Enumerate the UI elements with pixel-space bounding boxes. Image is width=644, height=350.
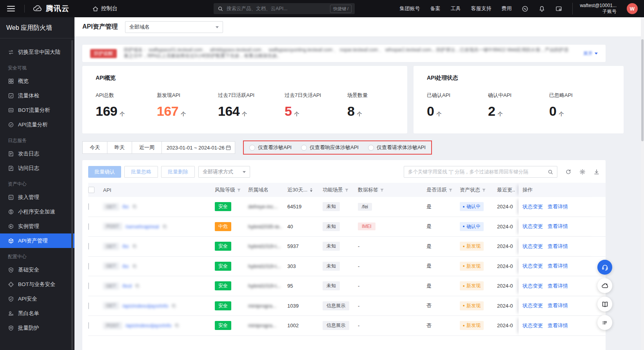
sidebar-item-attack-log[interactable]: 攻击日志 xyxy=(0,146,74,161)
customer-service-button[interactable] xyxy=(597,260,612,275)
announcement-button[interactable] xyxy=(597,278,612,293)
status-change-link[interactable]: 状态变更 xyxy=(522,322,543,329)
column-data-tag[interactable]: 数据标签 xyxy=(358,186,426,193)
radio-sensitive-api[interactable]: 仅查看涉敏API xyxy=(249,144,292,151)
filter-funnel-icon[interactable] xyxy=(380,188,384,192)
status-change-link[interactable]: 状态变更 xyxy=(522,223,543,230)
quick-range-week-button[interactable]: 近一周 xyxy=(132,141,162,154)
sidebar-item-access-log[interactable]: 访问日志 xyxy=(0,161,74,175)
copy-icon[interactable] xyxy=(132,204,137,209)
sidebar-item-access-management[interactable]: W. 接入管理 xyxy=(0,190,74,204)
column-asset-status[interactable]: 资产状态 xyxy=(460,186,497,193)
keyword-search-input[interactable] xyxy=(404,166,557,178)
filter-funnel-icon[interactable] xyxy=(448,188,453,192)
window-scrollbar[interactable] xyxy=(641,17,644,350)
copy-icon[interactable] xyxy=(171,303,176,308)
row-checkbox[interactable] xyxy=(88,243,89,250)
sidebar-item-api-security[interactable]: API安全 xyxy=(0,292,74,306)
api-cell[interactable]: GET/apizindexuljaysrtnfo xyxy=(103,302,215,309)
column-risk-level[interactable]: 风险等级 xyxy=(215,186,248,193)
status-change-link[interactable]: 状态变更 xyxy=(522,302,543,309)
column-scene[interactable]: 功能场景 xyxy=(323,186,358,193)
sidebar-item-api-asset-management[interactable]: API资产管理 xyxy=(0,233,74,248)
hamburger-menu-icon[interactable] xyxy=(7,6,15,11)
view-detail-link[interactable]: 查看详情 xyxy=(548,283,568,290)
search-icon[interactable] xyxy=(548,169,553,175)
copy-icon[interactable] xyxy=(174,323,180,328)
sidebar-item-bot-business-security[interactable]: BOT与业务安全 xyxy=(0,277,74,292)
radio-response-sensitive-api[interactable]: 仅查看响应体涉敏API xyxy=(301,144,359,151)
view-detail-link[interactable]: 查看详情 xyxy=(548,223,568,230)
copy-icon[interactable] xyxy=(132,244,137,249)
row-checkbox[interactable] xyxy=(88,283,89,289)
copy-icon[interactable] xyxy=(132,264,137,269)
menu-billing[interactable]: 费用 xyxy=(501,5,512,12)
batch-confirm-button[interactable]: 批量确认 xyxy=(88,166,121,178)
view-detail-link[interactable]: 查看详情 xyxy=(548,203,568,210)
row-checkbox[interactable] xyxy=(88,263,89,270)
copy-icon[interactable] xyxy=(162,224,167,229)
global-search[interactable]: 搜索云产品、文档、云API... 快捷键 / xyxy=(214,3,355,14)
sidebar-item-switch-region[interactable]: 切换至非中国大陆 xyxy=(0,45,74,59)
sidebar-scrollbar[interactable] xyxy=(71,40,73,350)
sidebar-item-api-traffic[interactable]: API流量分析 xyxy=(0,117,74,132)
menu-support[interactable]: 客服支持 xyxy=(471,5,491,12)
api-cell[interactable]: POST/servehrapireal xyxy=(103,223,215,230)
view-detail-link[interactable]: 查看详情 xyxy=(548,302,568,309)
api-cell[interactable]: GET/bc xyxy=(103,262,215,270)
select-all-checkbox[interactable] xyxy=(88,187,94,193)
batch-delete-button[interactable]: 批量删除 xyxy=(161,166,195,178)
console-link[interactable]: 控制台 xyxy=(92,5,118,12)
row-checkbox[interactable] xyxy=(88,223,89,230)
status-change-link[interactable]: 状态变更 xyxy=(522,262,543,270)
avatar[interactable]: W xyxy=(627,3,638,14)
column-settings-gear-icon[interactable] xyxy=(579,169,586,175)
documentation-button[interactable] xyxy=(597,297,612,312)
filter-funnel-icon[interactable] xyxy=(237,188,241,192)
api-cell[interactable]: GET/bc xyxy=(103,243,215,250)
sidebar-item-bot-traffic[interactable]: BOT流量分析 xyxy=(0,103,74,117)
quick-range-yesterday-button[interactable]: 昨天 xyxy=(107,141,132,154)
status-change-link[interactable]: 状态变更 xyxy=(522,203,543,210)
row-checkbox[interactable] xyxy=(88,322,89,329)
filter-funnel-icon[interactable] xyxy=(345,188,349,192)
status-change-link[interactable]: 状态变更 xyxy=(522,283,543,290)
method-select[interactable]: 全部请求方式 xyxy=(198,166,250,178)
status-change-link[interactable]: 状态变更 xyxy=(522,243,543,250)
sidebar-item-black-white-list[interactable]: 黑白名单 xyxy=(0,306,74,321)
batch-ignore-button[interactable]: 批量忽略 xyxy=(124,166,158,178)
menu-tools[interactable]: 工具 xyxy=(450,5,461,12)
sidebar-item-batch-protection[interactable]: 批量防护 xyxy=(0,321,74,335)
download-icon[interactable] xyxy=(593,169,600,175)
sort-icon[interactable] xyxy=(310,187,312,193)
api-cell[interactable]: GET/bc xyxy=(103,203,215,210)
account-info[interactable]: waftest@10001... 子账号 xyxy=(572,3,617,15)
banner-expand-link[interactable]: 展开 xyxy=(583,50,598,57)
row-checkbox[interactable] xyxy=(88,303,89,309)
view-detail-link[interactable]: 查看详情 xyxy=(548,262,568,270)
radio-request-sensitive-api[interactable]: 仅查看请求体涉敏API xyxy=(368,144,426,151)
quick-range-today-button[interactable]: 今天 xyxy=(82,141,107,154)
view-detail-link[interactable]: 查看详情 xyxy=(548,243,568,250)
row-checkbox[interactable] xyxy=(88,203,89,210)
refresh-icon[interactable] xyxy=(565,169,571,175)
filter-funnel-icon[interactable] xyxy=(482,188,486,192)
notification-bell-icon[interactable] xyxy=(539,5,545,12)
feedback-button[interactable] xyxy=(597,315,612,330)
keyword-search-field[interactable] xyxy=(408,169,548,175)
date-range-picker[interactable]: 2023-01-01 ~ 2024-01-26 xyxy=(161,141,235,154)
domain-select[interactable]: 全部域名 xyxy=(125,21,223,33)
api-cell[interactable]: POST/apizindexuljaysrtnfo xyxy=(103,322,215,329)
sidebar-item-traffic-check[interactable]: 流量体检 xyxy=(0,88,74,103)
column-calls-30d[interactable]: 近30天... xyxy=(287,186,323,193)
menu-icp-filing[interactable]: 备案 xyxy=(430,5,440,12)
api-cell[interactable]: GET/bcd xyxy=(103,283,215,290)
tencent-cloud-logo[interactable]: 腾讯云 xyxy=(33,4,69,14)
view-detail-link[interactable]: 查看详情 xyxy=(548,322,568,329)
menu-group-account[interactable]: 集团账号 xyxy=(399,5,420,12)
sidebar-item-basic-security[interactable]: 基础安全 xyxy=(0,262,74,277)
column-active[interactable]: 是否活跃 xyxy=(426,186,460,193)
community-icon[interactable] xyxy=(522,5,528,12)
copy-icon[interactable] xyxy=(135,283,140,288)
window-scrollbar-thumb[interactable] xyxy=(641,39,644,141)
